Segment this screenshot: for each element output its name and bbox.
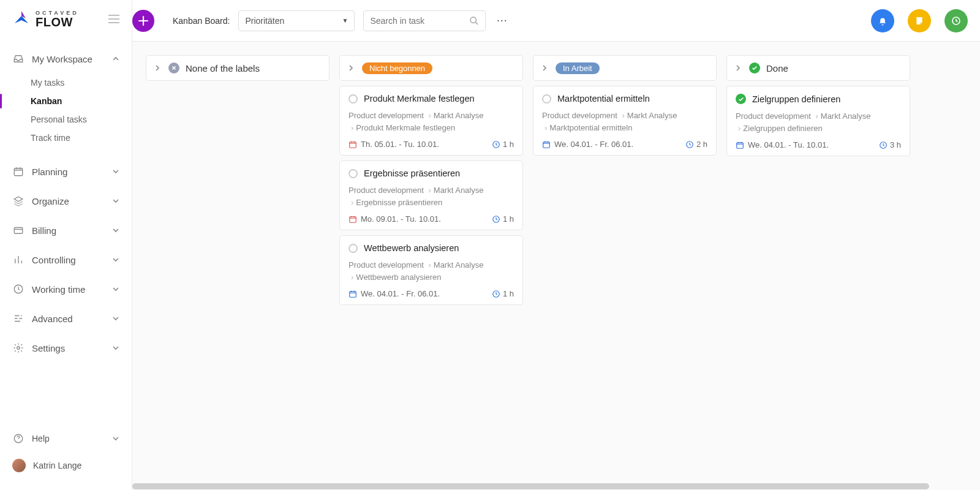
gear-icon [12, 342, 24, 354]
brand-logo[interactable]: OCTAVED FLOW [12, 10, 79, 28]
sidebar-toggle-icon[interactable] [108, 15, 119, 23]
nav-item-settings[interactable]: Settings [0, 333, 132, 363]
nav-label: Advanced [32, 314, 112, 324]
nav-label: Billing [32, 225, 112, 236]
card-title-row: Ergebnisse präsentieren [349, 168, 514, 178]
nav-item-controlling[interactable]: Controlling [0, 245, 132, 274]
nav-item-advanced[interactable]: Advanced [0, 304, 132, 333]
clock-icon [492, 140, 500, 149]
board-selected-value: Prioritäten [245, 16, 284, 26]
chevron-right-icon[interactable] [541, 64, 549, 72]
svg-point-3 [17, 347, 20, 350]
chevron-right-icon[interactable] [154, 64, 162, 72]
nav-sub-kanban[interactable]: Kanban [0, 92, 132, 110]
user-menu[interactable]: Katrin Lange [0, 452, 132, 479]
note-icon [914, 16, 924, 26]
clock-icon [492, 290, 500, 298]
help-label: Help [32, 434, 50, 443]
column-label-pill: Nicht begonnen [362, 62, 432, 74]
nav-item-my-workspace[interactable]: My Workspace [0, 44, 132, 74]
svg-rect-7 [350, 141, 356, 147]
chevron-down-icon [112, 256, 119, 263]
search-box[interactable] [363, 10, 486, 31]
nav: My Workspace My tasks Kanban Personal ta… [0, 42, 132, 419]
task-card[interactable]: Wettbewerb analysierenProduct developmen… [339, 235, 523, 305]
calendar-icon [349, 140, 357, 149]
more-menu[interactable]: ··· [494, 16, 510, 26]
nav-label: Planning [32, 167, 112, 177]
task-card[interactable]: Produkt Merkmale festlegenProduct develo… [339, 86, 523, 156]
column-header[interactable]: Nicht begonnen [339, 55, 523, 81]
column-header[interactable]: In Arbeit [533, 55, 717, 81]
nav-label: Working time [32, 284, 112, 295]
task-title: Ergebnisse präsentieren [364, 168, 460, 178]
calendar-icon [349, 290, 357, 298]
column-label-pill: In Arbeit [556, 62, 600, 74]
sidebar: OCTAVED FLOW My Workspace My tasks Kanba… [0, 0, 132, 490]
task-date: Th. 05.01. - Tu. 10.01. [349, 140, 439, 149]
card-title-row: Zielgruppen definieren [736, 94, 901, 104]
nav-label: Settings [32, 343, 112, 353]
task-status-done-icon[interactable] [736, 94, 746, 104]
clock-icon [879, 141, 888, 149]
horizontal-scrollbar[interactable] [132, 483, 980, 490]
nav-item-organize[interactable]: Organize [0, 186, 132, 216]
kanban-column-none: None of the labels [146, 55, 330, 477]
nav-item-billing[interactable]: Billing [0, 216, 132, 245]
card-footer: Th. 05.01. - Tu. 10.01.1 h [349, 140, 514, 149]
nav-sub-label: Personal tasks [31, 115, 87, 124]
chevron-down-icon [112, 285, 119, 293]
notifications-button[interactable] [871, 9, 894, 32]
logo-mark-icon [12, 10, 31, 28]
column-header[interactable]: Done [726, 55, 910, 81]
nav-sub-my-tasks[interactable]: My tasks [0, 74, 132, 92]
notes-button[interactable] [908, 9, 931, 32]
breadcrumb: Product development ›Markt Analyse ›Ziel… [736, 110, 901, 134]
nav-item-working-time[interactable]: Working time [0, 274, 132, 304]
nav-sub-track-time[interactable]: Track time [0, 129, 132, 147]
chevron-right-icon[interactable] [734, 64, 743, 72]
task-card[interactable]: Marktpotential ermittelnProduct developm… [533, 86, 717, 156]
brand-bottom: FLOW [36, 16, 79, 28]
clock-icon [685, 140, 694, 149]
no-label-icon [168, 62, 179, 74]
search-input[interactable] [370, 16, 462, 26]
card-footer: We. 04.01. - Fr. 06.01.2 h [542, 140, 707, 149]
layers-icon [12, 195, 24, 207]
column-header[interactable]: None of the labels [146, 55, 330, 81]
sidebar-bottom: Help Katrin Lange [0, 419, 132, 490]
nav-item-planning[interactable]: Planning [0, 157, 132, 186]
chevron-up-icon [112, 55, 119, 62]
logo-text: OCTAVED FLOW [36, 10, 79, 28]
timer-button[interactable] [944, 9, 968, 32]
nav-item-help[interactable]: Help [0, 425, 132, 452]
task-status-circle[interactable] [542, 94, 551, 104]
column-label: None of the labels [186, 63, 260, 74]
add-button[interactable] [132, 10, 154, 32]
task-hours: 3 h [879, 140, 901, 149]
scrollbar-thumb[interactable] [132, 483, 929, 489]
inbox-icon [12, 53, 24, 65]
chevron-right-icon[interactable] [347, 64, 356, 72]
card-footer: Mo. 09.01. - Tu. 10.01.1 h [349, 214, 514, 224]
task-card[interactable]: Ergebnisse präsentierenProduct developme… [339, 160, 523, 230]
nav-sub-label: Kanban [31, 96, 62, 106]
breadcrumb: Product development ›Markt Analyse ›Prod… [349, 110, 514, 134]
task-status-circle[interactable] [349, 94, 358, 104]
task-hours: 1 h [492, 214, 514, 224]
nav-sub-personal-tasks[interactable]: Personal tasks [0, 110, 132, 129]
kanban-columns: None of the labelsNicht begonnenProdukt … [146, 55, 967, 477]
done-check-icon [749, 62, 760, 74]
topbar: Kanban Board: Prioritäten ▼ ··· [132, 0, 980, 42]
task-status-circle[interactable] [349, 244, 358, 253]
chevron-down-icon [112, 435, 119, 442]
nav-workspace: My Workspace My tasks Kanban Personal ta… [0, 44, 132, 147]
task-card[interactable]: Zielgruppen definierenProduct developmen… [726, 86, 910, 156]
kanban-board: None of the labelsNicht begonnenProdukt … [132, 42, 980, 490]
board-select[interactable]: Prioritäten ▼ [238, 10, 355, 31]
task-status-circle[interactable] [349, 169, 358, 178]
clock-icon [492, 215, 500, 224]
svg-rect-11 [350, 291, 356, 296]
calendar-icon [12, 165, 24, 178]
kanban-column-notstarted: Nicht begonnenProdukt Merkmale festlegen… [339, 55, 523, 477]
